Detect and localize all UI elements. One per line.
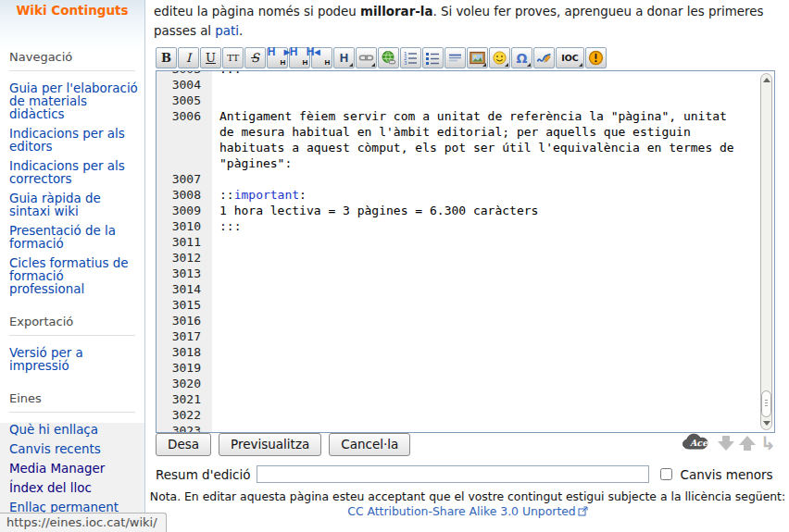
strikethrough-button[interactable]: S bbox=[244, 47, 266, 68]
line-number: 3020 bbox=[157, 376, 212, 391]
editor-lines: 3003:::300430053006Antigament fèiem serv… bbox=[157, 70, 774, 433]
line-number: 3013 bbox=[157, 266, 212, 281]
editor-line: 3015 bbox=[157, 297, 774, 313]
editor-toolbar: BIUTTSHHH▸HHH◂H123ΩIOC bbox=[156, 47, 789, 68]
sidebar-heading-eines: Eines bbox=[9, 391, 135, 413]
svg-text:3: 3 bbox=[404, 60, 407, 66]
sidebar-item-index-del-lloc[interactable]: Índex del lloc bbox=[9, 482, 141, 495]
scroll-up-icon[interactable] bbox=[763, 78, 770, 82]
editor-line: 3018 bbox=[157, 344, 774, 360]
editor-line: habituats a aquest còmput, els pot ser ú… bbox=[157, 140, 774, 155]
unordered-list-button[interactable] bbox=[422, 47, 444, 68]
warning-button[interactable] bbox=[585, 47, 607, 68]
line-number: 3021 bbox=[157, 391, 212, 407]
ace-badge[interactable]: Ace bbox=[682, 431, 713, 455]
external-link-button[interactable] bbox=[378, 47, 399, 68]
ioc-button[interactable]: IOC bbox=[556, 47, 584, 68]
scrollbar-thumb[interactable] bbox=[761, 390, 771, 417]
sidebar-item-que-hi-enllaca[interactable]: Què hi enllaça bbox=[9, 424, 141, 437]
line-text: 1 hora lectiva = 3 pàgines = 6.300 caràc… bbox=[212, 203, 538, 218]
underline-button[interactable]: U bbox=[200, 47, 221, 68]
pati-link[interactable]: pati bbox=[215, 24, 239, 38]
save-button[interactable]: Desa bbox=[156, 433, 211, 456]
wiki-title-link[interactable]: Wiki Continguts bbox=[0, 3, 144, 18]
sidebar-list: Versió per a impressió bbox=[9, 347, 141, 373]
list-item: Versió per a impressió bbox=[9, 347, 141, 373]
line-text: ::important: bbox=[212, 187, 307, 203]
smiley-button[interactable] bbox=[489, 47, 510, 68]
underline-button-glyph: U bbox=[206, 52, 216, 64]
editor-line: 3012 bbox=[157, 250, 774, 266]
list-item: Canvis recents bbox=[9, 443, 141, 456]
bold-button[interactable]: B bbox=[156, 47, 177, 68]
sidebar-section-navegacio: NavegacióGuia per l'elaboració de materi… bbox=[9, 50, 141, 296]
minor-changes-checkbox[interactable] bbox=[660, 468, 672, 480]
sidebar-item-media-manager[interactable]: Media Manager bbox=[9, 463, 141, 476]
signature-button[interactable] bbox=[533, 47, 555, 68]
grow-editor-button[interactable] bbox=[739, 436, 756, 451]
svg-text:Ace: Ace bbox=[689, 438, 708, 448]
internal-link-button[interactable] bbox=[356, 47, 377, 68]
sidebar-item-presentacio-de-la-formacio[interactable]: Presentació de la formació bbox=[9, 225, 141, 251]
line-number: 3015 bbox=[157, 297, 212, 313]
horizontal-rule-button[interactable] bbox=[445, 47, 466, 68]
wiki-text-editor[interactable]: 3003:::300430053006Antigament fèiem serv… bbox=[156, 70, 775, 433]
editor-line: 3016 bbox=[157, 313, 774, 328]
special-chars-button[interactable]: Ω bbox=[511, 47, 532, 68]
license-note: Nota. En editar aquesta pàgina esteu acc… bbox=[146, 489, 789, 520]
sidebar-item-guia-rapida-de-sintaxi-wiki[interactable]: Guia ràpida de sintaxi wiki bbox=[9, 192, 141, 218]
line-text: Antigament fèiem servir com a unitat de … bbox=[212, 108, 727, 124]
line-text bbox=[212, 344, 219, 360]
editor-line: de mesura habitual en l'àmbit editorial;… bbox=[157, 124, 774, 140]
line-text bbox=[212, 423, 219, 433]
sidebar-item-guia-per-l-elaboracio-de-materials-didactics[interactable]: Guia per l'elaboració de materials didàc… bbox=[9, 82, 141, 121]
editor-line: 3008::important: bbox=[157, 187, 774, 203]
shrink-editor-button[interactable] bbox=[718, 436, 734, 451]
sidebar-item-versio-per-a-impressio[interactable]: Versió per a impressió bbox=[9, 347, 141, 373]
editor-line: 3013 bbox=[157, 266, 774, 281]
browser-status-url: https://eines.ioc.cat/wiki/ bbox=[0, 513, 167, 532]
preview-button[interactable]: Previsualitza bbox=[219, 433, 321, 456]
line-text bbox=[212, 360, 219, 376]
editor-line: 3006Antigament fèiem servir com a unitat… bbox=[157, 108, 774, 124]
image-button[interactable] bbox=[467, 47, 488, 68]
line-number: 3007 bbox=[157, 171, 212, 187]
link-icon bbox=[358, 50, 374, 66]
line-number: 3011 bbox=[157, 234, 212, 250]
wrap-toggle-button[interactable]: ↳ bbox=[760, 435, 776, 452]
line-number: 3014 bbox=[157, 281, 212, 297]
line-text bbox=[212, 328, 219, 344]
line-number: 3018 bbox=[157, 344, 212, 360]
edit-summary-input[interactable] bbox=[257, 465, 649, 483]
ordered-list-button[interactable]: 123 bbox=[400, 47, 421, 68]
editor-scrollbar[interactable] bbox=[760, 73, 772, 430]
edit-summary-label: Resum d'edició bbox=[156, 467, 250, 482]
headline-higher-button[interactable]: HH◂ bbox=[311, 47, 332, 68]
editor-line: 3011 bbox=[157, 234, 774, 250]
sidebar-item-indicacions-per-als-correctors[interactable]: Indicacions per als correctors bbox=[9, 160, 141, 186]
editor-line: 3017 bbox=[157, 328, 774, 344]
sidebar-heading-exportacio: Exportació bbox=[9, 315, 135, 336]
line-number bbox=[157, 140, 212, 155]
image-icon bbox=[470, 50, 485, 66]
monospace-button[interactable]: TT bbox=[222, 47, 244, 68]
cancel-button[interactable]: Cancel·la bbox=[329, 433, 410, 456]
list-item: Indicacions per als editors bbox=[9, 128, 141, 154]
italic-button[interactable]: I bbox=[178, 47, 199, 68]
sidebar-item-canvis-recents[interactable]: Canvis recents bbox=[9, 443, 141, 456]
line-text bbox=[212, 171, 219, 187]
sidebar-section-eines: EinesQuè hi enllaçaCanvis recentsMedia M… bbox=[9, 391, 141, 532]
line-text bbox=[212, 77, 219, 93]
sidebar-item-cicles-formatius-de-formacio-professional[interactable]: Cicles formatius de formació professiona… bbox=[9, 257, 141, 296]
sidebar-item-indicacions-per-als-editors[interactable]: Indicacions per als editors bbox=[9, 128, 141, 154]
list-item: Índex del lloc bbox=[9, 482, 141, 495]
editor-line: 30091 hora lectiva = 3 pàgines = 6.300 c… bbox=[157, 203, 774, 218]
license-link[interactable]: CC Attribution-Share Alike 3.0 Unported bbox=[347, 504, 575, 518]
list-item: Què hi enllaça bbox=[9, 424, 141, 437]
headline-select-button[interactable]: H bbox=[333, 47, 355, 68]
line-number: 3004 bbox=[157, 77, 212, 93]
scroll-down-icon[interactable] bbox=[763, 421, 770, 426]
line-text bbox=[212, 266, 219, 281]
license-note-text: Nota. En editar aquesta pàgina esteu acc… bbox=[146, 489, 789, 504]
content-area: editeu la pàgina només si podeu millorar… bbox=[146, 0, 789, 532]
